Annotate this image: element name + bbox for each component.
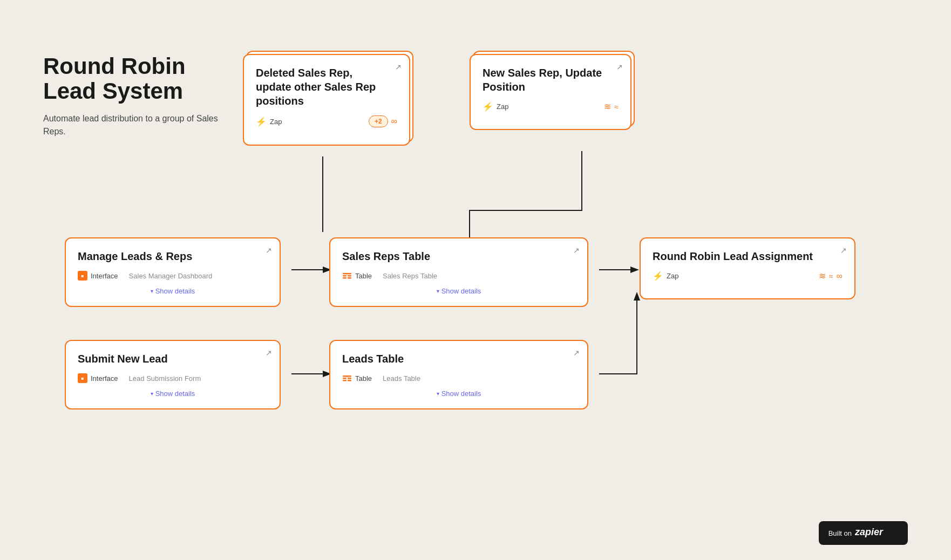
- zap-type: ⚡ Zap: [653, 271, 678, 281]
- chevron-down-icon: ▾: [151, 288, 153, 294]
- new-sales-rep-card: ↗ New Sales Rep, Update Position ⚡ Zap ≋…: [470, 54, 631, 130]
- interface-type: Interface: [78, 373, 118, 383]
- interface-name: Sales Manager Dashboard: [129, 272, 213, 280]
- zap-label: Zap: [497, 103, 508, 111]
- infinity-icon: ∞: [391, 117, 397, 126]
- deleted-sales-rep-title: Deleted Sales Rep, update other Sales Re…: [256, 66, 384, 108]
- table-label: Table: [355, 374, 372, 383]
- title-section: Round Robin Lead System Automate lead di…: [43, 54, 237, 138]
- table-label: Table: [355, 272, 372, 280]
- chevron-down-icon: ▾: [437, 288, 439, 294]
- badge-row: +2 ∞: [369, 115, 397, 127]
- main-title: Round Robin Lead System: [43, 54, 237, 104]
- zap-label: Zap: [667, 272, 678, 280]
- manage-leads-title: Manage Leads & Reps: [78, 249, 255, 263]
- external-link-icon[interactable]: ↗: [840, 246, 847, 255]
- svg-rect-9: [348, 380, 351, 381]
- deleted-sales-rep-card-container: ↗ Deleted Sales Rep, update other Sales …: [243, 54, 410, 146]
- subtitle: Automate lead distribution to a group of…: [43, 112, 237, 138]
- show-details-button[interactable]: ▾ Show details: [342, 390, 575, 398]
- show-details-button[interactable]: ▾ Show details: [342, 287, 575, 295]
- external-link-icon[interactable]: ↗: [395, 63, 402, 71]
- table-icon: [342, 271, 352, 281]
- zap-icon: ⚡: [653, 271, 663, 281]
- sales-reps-meta: Table Sales Reps Table: [342, 271, 575, 281]
- new-sales-rep-title: New Sales Rep, Update Position: [483, 66, 606, 94]
- interface-icon: [78, 373, 87, 383]
- new-sales-rep-card-container: ↗ New Sales Rep, Update Position ⚡ Zap ≋…: [470, 54, 631, 130]
- svg-rect-4: [348, 277, 351, 279]
- zap-icon: ⚡: [256, 117, 267, 127]
- table-icon: [342, 373, 352, 383]
- manage-leads-card: ↗ Manage Leads & Reps Interface Sales Ma…: [65, 237, 281, 307]
- round-robin-badges: ≋ ≈ ∞: [819, 271, 843, 281]
- external-link-icon[interactable]: ↗: [573, 246, 580, 255]
- table-type: Table: [342, 373, 372, 383]
- show-details-button[interactable]: ▾ Show details: [78, 287, 268, 295]
- external-link-icon[interactable]: ↗: [266, 349, 272, 357]
- interface-label: Interface: [91, 374, 118, 383]
- deleted-sales-rep-meta: ⚡ Zap +2 ∞: [256, 115, 397, 127]
- svg-rect-7: [348, 378, 351, 379]
- zap-icon: ⚡: [483, 101, 493, 112]
- plus-2-badge: +2: [369, 115, 388, 127]
- svg-rect-2: [348, 275, 351, 277]
- table-type: Table: [342, 271, 372, 281]
- svg-rect-8: [343, 380, 347, 381]
- svg-rect-5: [343, 375, 351, 377]
- submit-lead-meta: Interface Lead Submission Form: [78, 373, 268, 383]
- show-details-label: Show details: [441, 390, 481, 398]
- external-link-icon[interactable]: ↗: [266, 246, 272, 255]
- svg-rect-0: [343, 273, 351, 275]
- new-sales-rep-meta: ⚡ Zap ≋ ≈: [483, 101, 619, 112]
- zap-type: ⚡ Zap: [483, 101, 508, 112]
- sales-reps-table-card: ↗ Sales Reps Table Table Sales Reps Tabl…: [329, 237, 588, 307]
- zap-label: Zap: [270, 118, 282, 126]
- leads-table-card: ↗ Leads Table Table Leads Table ▾ Show d…: [329, 340, 588, 409]
- svg-rect-3: [343, 277, 347, 279]
- round-robin-meta: ⚡ Zap ≋ ≈ ∞: [653, 271, 843, 281]
- interface-type: Interface: [78, 271, 118, 281]
- deleted-sales-rep-card: ↗ Deleted Sales Rep, update other Sales …: [243, 54, 410, 146]
- sliders2-icon: ≈: [614, 103, 619, 111]
- sliders-icon: ≋: [604, 101, 611, 112]
- table-name: Sales Reps Table: [383, 272, 437, 280]
- submit-lead-title: Submit New Lead: [78, 352, 255, 366]
- show-details-label: Show details: [155, 390, 195, 398]
- chevron-down-icon: ▾: [151, 391, 153, 397]
- svg-rect-1: [343, 275, 347, 277]
- built-on-text: Built on: [828, 529, 852, 537]
- sliders2-icon: ≈: [829, 272, 833, 281]
- table-name: Leads Table: [383, 374, 420, 383]
- svg-rect-6: [343, 378, 347, 379]
- submit-lead-card: ↗ Submit New Lead Interface Lead Submiss…: [65, 340, 281, 409]
- interface-name: Lead Submission Form: [129, 374, 201, 383]
- leads-table-meta: Table Leads Table: [342, 373, 575, 383]
- round-robin-card: ↗ Round Robin Lead Assignment ⚡ Zap ≋ ≈ …: [640, 237, 855, 299]
- svg-text:zapier: zapier: [855, 527, 884, 537]
- show-details-label: Show details: [155, 287, 195, 295]
- sliders-icon: ≋: [819, 271, 826, 281]
- zapier-logo: zapier: [855, 527, 898, 539]
- show-details-label: Show details: [441, 287, 481, 295]
- external-link-icon[interactable]: ↗: [573, 349, 580, 357]
- infinity-icon: ∞: [837, 271, 843, 281]
- zap-type: ⚡ Zap: [256, 117, 282, 127]
- manage-leads-meta: Interface Sales Manager Dashboard: [78, 271, 268, 281]
- sales-reps-table-title: Sales Reps Table: [342, 249, 562, 263]
- leads-table-title: Leads Table: [342, 352, 562, 366]
- external-link-icon[interactable]: ↗: [616, 63, 623, 71]
- interface-icon: [78, 271, 87, 281]
- sliders-row: ≋ ≈: [604, 101, 619, 112]
- interface-label: Interface: [91, 272, 118, 280]
- built-on-badge: Built on zapier: [819, 521, 908, 545]
- chevron-down-icon: ▾: [437, 391, 439, 397]
- show-details-button[interactable]: ▾ Show details: [78, 390, 268, 398]
- round-robin-title: Round Robin Lead Assignment: [653, 249, 830, 263]
